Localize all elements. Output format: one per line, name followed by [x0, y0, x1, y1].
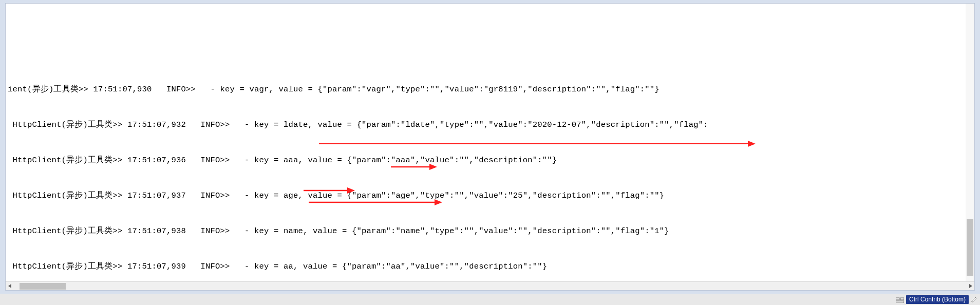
- svg-marker-9: [969, 284, 972, 288]
- log-line: HttpClient(异步)工具类>> 17:51:07,932 INFO>> …: [8, 119, 974, 131]
- arrow-annotation: [319, 141, 756, 150]
- scroll-right-button[interactable]: [966, 282, 974, 291]
- vertical-scrollbar[interactable]: [966, 4, 974, 281]
- horizontal-scrollbar-thumb[interactable]: [20, 283, 66, 290]
- svg-rect-11: [900, 298, 904, 300]
- log-line: HttpClient(异步)工具类>> 17:51:07,938 INFO>> …: [8, 225, 974, 237]
- log-line: HttpClient(异步)工具类>> 17:51:07,937 INFO>> …: [8, 190, 974, 202]
- svg-rect-10: [896, 298, 899, 300]
- log-line: HttpClient(异步)工具类>> 17:51:07,939 INFO>> …: [8, 261, 974, 273]
- svg-rect-12: [896, 301, 904, 303]
- outer-frame: ient(异步)工具类>> 17:51:07,930 INFO>> - key …: [0, 0, 980, 305]
- edit-icon[interactable]: [971, 296, 978, 303]
- svg-marker-1: [748, 141, 756, 147]
- status-badge[interactable]: Ctrl Contrib (Bottom): [906, 295, 969, 304]
- horizontal-scrollbar-track[interactable]: [14, 282, 966, 290]
- log-output[interactable]: ient(异步)工具类>> 17:51:07,930 INFO>> - key …: [6, 4, 974, 291]
- svg-marker-8: [8, 284, 11, 288]
- vertical-scrollbar-thumb[interactable]: [967, 219, 973, 276]
- console-panel: ient(异步)工具类>> 17:51:07,930 INFO>> - key …: [5, 3, 975, 291]
- status-bar: Ctrl Contrib (Bottom): [0, 294, 980, 305]
- log-line: ient(异步)工具类>> 17:51:07,930 INFO>> - key …: [8, 84, 974, 96]
- log-line: HttpClient(异步)工具类>> 17:51:07,936 INFO>> …: [8, 155, 974, 166]
- horizontal-scrollbar[interactable]: [6, 281, 974, 290]
- scroll-left-button[interactable]: [6, 282, 14, 291]
- views-icon[interactable]: [896, 296, 904, 303]
